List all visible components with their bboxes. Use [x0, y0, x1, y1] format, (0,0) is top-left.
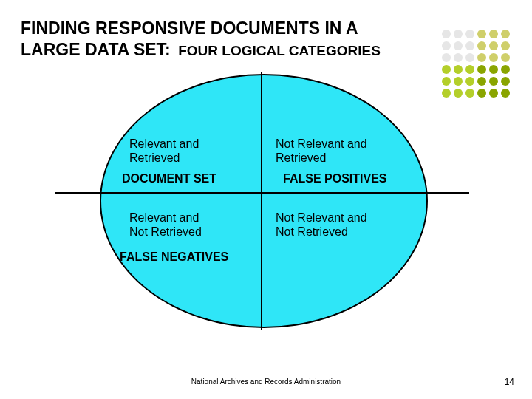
dot-icon [501, 65, 510, 74]
quadrant-tl-heading-l1: Relevant and [129, 137, 199, 150]
dot-icon [489, 77, 498, 86]
footer-org: National Archives and Records Administra… [0, 378, 532, 386]
dot-icon [477, 30, 486, 38]
dot-icon [477, 53, 486, 62]
quadrant-tr-heading-l2: Retrieved [276, 151, 367, 165]
dot-icon [477, 41, 486, 50]
dot-icon [501, 53, 510, 62]
quadrant-bl-heading-l2: Not Retrieved [129, 225, 202, 239]
dot-icon [466, 53, 474, 62]
quadrant-bl-heading-l1: Relevant and [129, 211, 199, 224]
quadrant-br-heading: Not Relevant and Not Retrieved [276, 211, 367, 239]
dot-icon [454, 41, 463, 50]
title-line-2-sub: FOUR LOGICAL CATEGORIES [178, 43, 381, 58]
dot-icon [489, 41, 498, 50]
vertical-divider [261, 72, 262, 330]
dot-icon [477, 65, 486, 74]
quadrant-tr-heading-l1: Not Relevant and [276, 137, 367, 150]
dot-icon [466, 41, 474, 50]
quadrant-br-heading-l2: Not Retrieved [276, 225, 367, 239]
quadrant-bl-sub: FALSE NEGATIVES [120, 250, 228, 264]
quadrant-tl-sub: DOCUMENT SET [122, 171, 216, 185]
quadrant-br-heading-l1: Not Relevant and [276, 211, 367, 224]
dot-icon [489, 65, 498, 74]
slide-title: FINDING RESPONSIVE DOCUMENTS IN A LARGE … [21, 18, 434, 61]
dot-icon [501, 41, 510, 50]
title-line-1: FINDING RESPONSIVE DOCUMENTS IN A [21, 18, 358, 38]
ellipse [100, 74, 428, 328]
dot-icon [466, 30, 474, 38]
horizontal-divider [55, 192, 469, 194]
dot-icon [454, 30, 463, 38]
quadrant-tl-heading: Relevant and Retrieved [129, 137, 199, 165]
dot-icon [489, 89, 498, 98]
dot-icon [501, 30, 510, 38]
title-line-2-main: LARGE DATA SET: [21, 40, 171, 59]
dot-icon [442, 65, 451, 74]
dot-icon [489, 53, 498, 62]
quadrant-tr-heading: Not Relevant and Retrieved [276, 137, 367, 165]
dot-icon [454, 53, 463, 62]
page-number: 14 [505, 377, 514, 387]
quadrant-tr-sub: FALSE POSITIVES [283, 171, 386, 185]
dot-icon [489, 30, 498, 38]
quadrant-tl-heading-l2: Retrieved [129, 151, 199, 165]
dot-icon [442, 53, 451, 62]
dot-icon [501, 89, 510, 98]
quadrant-bl-heading: Relevant and Not Retrieved [129, 211, 202, 239]
dot-icon [454, 65, 463, 74]
diagram-stage: Relevant and Retrieved DOCUMENT SET Not … [37, 74, 480, 340]
dot-icon [442, 41, 451, 50]
dot-icon [501, 77, 510, 86]
dot-icon [466, 65, 474, 74]
dot-icon [442, 30, 451, 38]
